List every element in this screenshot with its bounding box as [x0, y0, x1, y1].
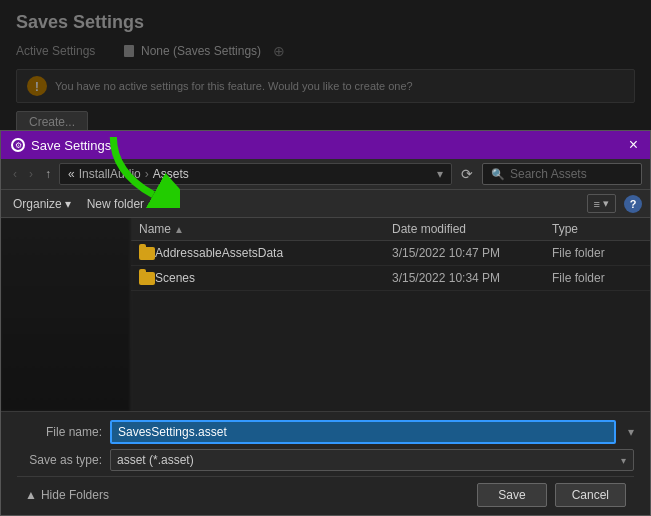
toolbar: Organize ▾ New folder ≡ ▾ ? [1, 190, 650, 218]
file-name-1: Scenes [155, 271, 392, 285]
breadcrumb-dropdown-icon[interactable]: ▾ [437, 167, 443, 181]
save-button[interactable]: Save [477, 483, 546, 507]
nav-refresh-button[interactable]: ⟳ [456, 164, 478, 184]
file-type-1: File folder [552, 271, 642, 285]
saveas-row: Save as type: asset (*.asset) ▾ [17, 449, 634, 471]
save-settings-dialog: ⚙ Save Settings × ‹ › ↑ « InstallAudio ›… [0, 130, 651, 516]
table-row[interactable]: Scenes 3/15/2022 10:34 PM File folder [131, 266, 650, 291]
filename-row: File name: ▾ [17, 420, 634, 444]
bottom-form: File name: ▾ Save as type: asset (*.asse… [1, 411, 650, 515]
breadcrumb-prefix: « [68, 167, 75, 181]
view-button[interactable]: ≡ ▾ [587, 194, 616, 213]
nav-up-button[interactable]: ↑ [41, 165, 55, 183]
sort-indicator: ▲ [174, 224, 184, 235]
table-row[interactable]: AddressableAssetsData 3/15/2022 10:47 PM… [131, 241, 650, 266]
sidebar-panel [1, 218, 131, 411]
col-type-header: Type [552, 222, 642, 236]
search-bar: 🔍 [482, 163, 642, 185]
saveas-select[interactable]: asset (*.asset) [110, 449, 634, 471]
saveas-label: Save as type: [17, 453, 102, 467]
action-buttons: Save Cancel [477, 483, 626, 507]
hide-folders-icon: ▲ [25, 488, 37, 502]
search-icon: 🔍 [491, 168, 505, 181]
action-row: ▲ Hide Folders Save Cancel [17, 476, 634, 507]
nav-back-button[interactable]: ‹ [9, 165, 21, 183]
filename-input[interactable] [110, 420, 616, 444]
filename-label: File name: [17, 425, 102, 439]
folder-icon [139, 247, 155, 260]
search-input[interactable] [510, 167, 633, 181]
modal-close-button[interactable]: × [627, 137, 640, 153]
file-type-0: File folder [552, 246, 642, 260]
cancel-button[interactable]: Cancel [555, 483, 626, 507]
col-date-header: Date modified [392, 222, 552, 236]
file-date-0: 3/15/2022 10:47 PM [392, 246, 552, 260]
saveas-dropdown-wrap: asset (*.asset) ▾ [110, 449, 634, 471]
dialog-icon: ⚙ [11, 138, 25, 152]
file-list-scroll[interactable]: AddressableAssetsData 3/15/2022 10:47 PM… [131, 241, 650, 411]
nav-bar: ‹ › ↑ « InstallAudio › Assets ▾ ⟳ 🔍 [1, 159, 650, 190]
hide-folders-button[interactable]: ▲ Hide Folders [25, 488, 109, 502]
file-list-header: Name ▲ Date modified Type [131, 218, 650, 241]
green-arrow [100, 128, 180, 208]
folder-icon [139, 272, 155, 285]
help-button[interactable]: ? [624, 195, 642, 213]
save-button-wrap: Save [477, 483, 546, 507]
modal-titlebar-left: ⚙ Save Settings [11, 138, 111, 153]
filename-dropdown-icon[interactable]: ▾ [628, 425, 634, 439]
nav-forward-button[interactable]: › [25, 165, 37, 183]
sidebar-placeholder [1, 218, 130, 411]
modal-titlebar: ⚙ Save Settings × [1, 131, 650, 159]
organize-button[interactable]: Organize ▾ [9, 195, 75, 213]
file-date-1: 3/15/2022 10:34 PM [392, 271, 552, 285]
col-name-header: Name ▲ [139, 222, 392, 236]
file-list-container: Name ▲ Date modified Type AddressableAss… [1, 218, 650, 411]
file-list: Name ▲ Date modified Type AddressableAss… [131, 218, 650, 411]
file-name-0: AddressableAssetsData [155, 246, 392, 260]
